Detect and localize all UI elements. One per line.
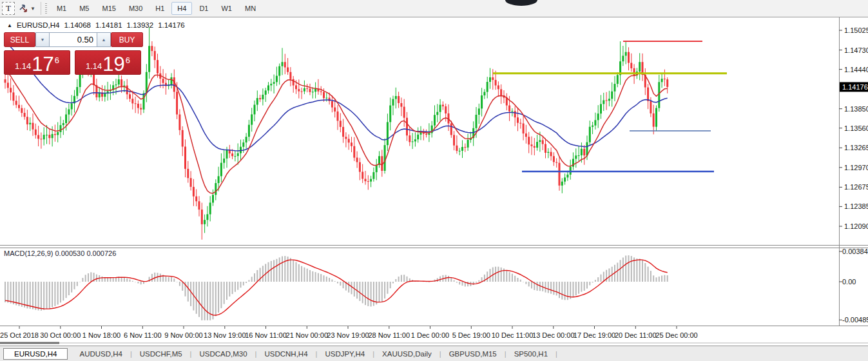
candle-body [511,111,513,112]
macd-histogram-bar [661,276,662,282]
macd-histogram-bar [586,282,588,289]
candle-body [198,201,200,210]
macd-histogram-bar [348,282,349,293]
timeframe-button-w1[interactable]: W1 [215,2,238,15]
buy-price-pipette: 6 [126,55,130,65]
candle-body [35,130,37,135]
candle-body [267,85,269,90]
macd-histogram-bar [379,282,380,302]
macd-histogram-bar [49,282,50,309]
candle-body [329,98,331,101]
buy-button[interactable]: BUY [111,32,143,47]
macd-histogram-bar [401,275,402,282]
candle-body [600,104,602,113]
macd-histogram-bar [523,282,524,282]
macd-histogram-bar [520,280,521,282]
time-axis-label: 23 Nov 19:00 [327,331,369,339]
macd-histogram-bar [82,278,83,282]
candle-body [456,146,458,151]
macd-histogram-bar [561,282,563,300]
candle-body [476,115,477,128]
candle-body [445,106,447,113]
volume-input[interactable] [50,32,97,47]
candle-body [52,134,53,138]
macd-histogram-bar [256,270,258,282]
candle-body [356,158,358,162]
candle-body [259,98,261,99]
chart-tab-gbpusd-m15[interactable]: GBPUSD,M15 [441,348,505,360]
macd-histogram-bar [13,282,14,304]
chart-collapse-arrow-icon[interactable]: ▲ [7,23,12,28]
timeframe-button-m5[interactable]: M5 [73,2,95,15]
macd-histogram-bar [617,263,618,282]
macd-histogram-bar [323,275,325,282]
candle-body [284,62,286,67]
candle-body [40,139,42,139]
timeframe-button-m30[interactable]: M30 [123,2,148,15]
candle-body [478,108,480,115]
volume-increase-button[interactable]: ▲ [97,32,111,47]
candle-body [340,121,342,127]
candle-body [406,118,408,136]
timeframe-button-m1[interactable]: M1 [51,2,72,15]
candle-body [193,187,195,197]
text-label-tool-icon[interactable]: T [2,2,15,15]
macd-histogram-bar [656,277,657,282]
time-axis-label: 10 Dec 11:00 [492,331,534,339]
time-axis-label: 17 Dec 19:00 [574,331,615,339]
price-axis-label: 1.12970 [844,164,868,171]
macd-histogram-bar [88,273,89,282]
candle-body [481,95,483,108]
candle-body [575,155,577,159]
candle-body [218,176,220,183]
chart-tab-audusd-h4[interactable]: AUDUSD,H4 [72,348,130,360]
sell-price-box[interactable]: 1.14 17 6 [4,50,70,75]
macd-histogram-bar [581,282,582,292]
candle-body [262,95,264,99]
buy-price-box[interactable]: 1.14 19 6 [75,50,141,75]
arrows-dropdown-caret[interactable]: ▼ [30,6,35,12]
chart-tab-usdcnh-h4[interactable]: USDCNH,H4 [256,348,315,360]
toolbar-grip-handle[interactable] [45,3,47,14]
timeframe-button-d1[interactable]: D1 [193,2,214,15]
macd-histogram-bar [190,282,191,306]
chart-tab-eurusd-h4[interactable]: EURUSD,H4 [3,348,68,360]
macd-histogram-bar [531,282,532,289]
macd-histogram-bar [60,282,61,302]
candle-body [43,135,45,139]
candle-body [436,112,438,115]
chart-tab-usdcad-m30[interactable]: USDCAD,M30 [191,348,255,360]
chart-tab-usdchf-m5[interactable]: USDCHF,M5 [132,348,190,360]
macd-histogram-bar [151,274,153,282]
timeframe-button-m15[interactable]: M15 [96,2,121,15]
macd-histogram-bar [248,280,249,282]
chart-symbol: EURUSD,H4 [17,21,59,29]
candle-body [539,140,541,142]
macd-histogram-bar [262,266,264,282]
candle-body [495,80,497,86]
arrows-tool-icon[interactable] [17,2,29,15]
candle-body [570,167,572,175]
chart-tab-usdjpy-h4[interactable]: USDJPY,H4 [317,348,372,360]
chart-open: 1.14068 [64,21,91,29]
macd-histogram-bar [514,276,516,282]
chart-tab-sp500-h1[interactable]: SP500,H1 [506,348,555,360]
candle-body [306,88,308,89]
candle-body [226,150,228,159]
candle-body [664,79,666,79]
timeframe-button-mn[interactable]: MN [239,2,262,15]
candle-body [500,89,502,95]
sell-button[interactable]: SELL [4,32,35,47]
time-axis-label: 30 Oct 00:00 [40,331,81,339]
macd-histogram-bar [384,282,385,298]
timeframe-button-h1[interactable]: H1 [149,2,170,15]
candle-body [301,92,303,92]
volume-decrease-button[interactable]: ▼ [35,32,50,47]
macd-histogram-bar [512,274,513,282]
macd-histogram-bar [573,282,574,297]
candle-body [254,105,256,115]
timeframe-button-h4[interactable]: H4 [171,2,192,15]
chart-tab-xauusd-daily[interactable]: XAUUSD,Daily [374,348,439,360]
chart-scrollbar-thumb[interactable] [0,342,59,344]
macd-histogram-bar [201,282,202,320]
